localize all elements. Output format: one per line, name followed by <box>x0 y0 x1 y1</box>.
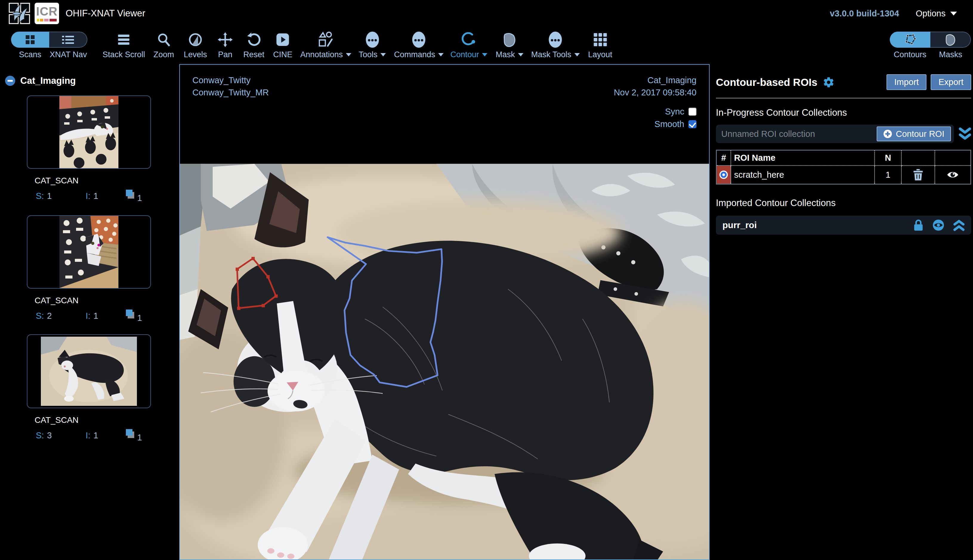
image-viewport[interactable]: Conway_Twitty Conway_Twitty_MR Cat_Imagi… <box>179 64 709 560</box>
smooth-label: Smooth <box>654 119 684 129</box>
roi-table-row: scratch_here 1 <box>717 166 970 184</box>
chevron-down-icon <box>438 53 444 57</box>
icr-logo-text: ICR <box>36 5 58 17</box>
frames-stack-icon <box>125 189 135 200</box>
toolbar-pan[interactable]: Pan <box>218 30 233 59</box>
shapes-pencil-icon <box>318 32 334 48</box>
session-name: Conway_Twitty_MR <box>192 87 269 99</box>
imported-heading: Imported Contour Collections <box>716 198 971 208</box>
smooth-checkbox[interactable] <box>688 120 696 128</box>
ellipse-dots-icon <box>547 31 563 48</box>
collapse-collection-button[interactable] <box>959 127 971 141</box>
toolbar: Scans XNAT Nav Stack Scroll Zoom Levels … <box>0 27 973 64</box>
roi-color-swatch[interactable] <box>717 166 731 184</box>
scan-name: CAT_SCAN <box>35 176 179 185</box>
double-chevron-down-icon <box>959 127 971 141</box>
grid-3x3-icon <box>593 33 607 47</box>
contrast-circle-icon <box>188 33 202 47</box>
scan-sidebar: Cat_Imaging CAT_SCAN S:1 I:1 <box>0 64 179 560</box>
contours-toggle-label: Contours <box>890 50 930 59</box>
xnat-logo <box>8 2 30 25</box>
chevron-down-icon <box>482 53 487 57</box>
lock-button[interactable] <box>913 219 923 231</box>
stack-scroll-icon <box>117 33 131 47</box>
toolbar-annotations[interactable]: Annotations <box>300 30 351 59</box>
col-delete <box>902 151 935 166</box>
trash-icon <box>913 169 923 180</box>
scan-thumbnail[interactable] <box>27 215 151 288</box>
viewport-overlay-topleft: Conway_Twitty Conway_Twitty_MR <box>192 74 269 99</box>
circular-arrow-icon <box>461 32 476 47</box>
icr-logo: ICR <box>35 3 59 24</box>
toggle-contours[interactable] <box>890 32 930 48</box>
toggle-collection-visibility-button[interactable] <box>933 219 945 231</box>
expand-collection-button[interactable] <box>953 219 965 232</box>
export-button[interactable]: Export <box>931 74 971 90</box>
roi-table: # ROI Name N scratch_here 1 <box>716 150 971 185</box>
toolbar-layout[interactable]: Layout <box>588 30 612 59</box>
delete-roi-button[interactable] <box>902 166 935 184</box>
viewport-overlay-topright: Cat_Imaging Nov 2, 2017 09:58:40 <box>614 74 696 99</box>
magnifier-icon <box>157 33 171 47</box>
viewport-image <box>180 164 709 560</box>
toolbar-commands[interactable]: Commands <box>394 30 444 59</box>
ellipse-dots-icon <box>411 31 427 48</box>
toolbar-reset[interactable]: Reset <box>244 30 265 59</box>
app-title: OHIF-XNAT Viewer <box>66 8 145 19</box>
collection-name-field-wrap: Contour ROI <box>716 125 954 143</box>
double-chevron-up-icon <box>953 219 965 232</box>
toolbar-cine[interactable]: CINE <box>273 30 293 59</box>
scan-thumbnail[interactable] <box>27 95 151 169</box>
eye-circle-icon <box>933 219 945 231</box>
chevron-down-icon <box>518 53 523 57</box>
toolbar-stack-scroll[interactable]: Stack Scroll <box>103 30 145 59</box>
thumbnail-image <box>41 337 137 406</box>
toolbar-tools[interactable]: Tools <box>359 30 386 59</box>
collection-name-input[interactable] <box>721 129 877 139</box>
import-button[interactable]: Import <box>886 74 926 90</box>
toolbar-zoom[interactable]: Zoom <box>153 30 174 59</box>
scan-thumbnail[interactable] <box>27 334 151 408</box>
blob-icon <box>945 33 956 46</box>
scan-stats: S:1 I:1 1 <box>36 189 179 203</box>
toggle-roi-visibility-button[interactable] <box>935 166 970 184</box>
app-header: ICR OHIF-XNAT Viewer v3.0.0 build-1304 O… <box>0 0 973 27</box>
play-icon <box>276 33 290 47</box>
toolbar-levels[interactable]: Levels <box>184 30 207 59</box>
col-hash: # <box>717 151 731 166</box>
lock-icon <box>913 219 923 231</box>
gear-icon[interactable] <box>823 76 834 88</box>
toolbar-mask-tools[interactable]: Mask Tools <box>531 30 580 59</box>
radio-selected-icon <box>719 170 728 180</box>
collapse-minus-icon[interactable] <box>5 75 15 86</box>
version-text: v3.0.0 build-1304 <box>830 8 899 18</box>
toggle-masks[interactable] <box>930 32 971 48</box>
polygon-nodes-icon <box>904 34 916 45</box>
contour-roi-panel: Contour-based ROIs Import Export In-Prog… <box>710 64 973 560</box>
col-n: N <box>875 151 902 166</box>
scan-name: CAT_SCAN <box>35 296 179 305</box>
options-menu-button[interactable]: Options <box>916 8 957 18</box>
toggle-xnat-nav[interactable] <box>49 32 87 48</box>
add-contour-roi-button[interactable]: Contour ROI <box>877 127 951 141</box>
subject-name: Conway_Twitty <box>192 74 269 87</box>
xnat-nav-toggle-label: XNAT Nav <box>49 50 87 59</box>
roi-name-cell[interactable]: scratch_here <box>731 166 875 184</box>
blob-icon <box>502 32 516 47</box>
chevron-down-icon <box>381 53 386 57</box>
toolbar-mask[interactable]: Mask <box>496 30 524 59</box>
frames-stack-icon <box>125 428 135 439</box>
scan-stats: S:3 I:1 1 <box>36 428 179 443</box>
toggle-scans[interactable] <box>11 32 49 48</box>
study-datetime: Nov 2, 2017 09:58:40 <box>614 87 696 99</box>
sync-label: Sync <box>665 107 684 117</box>
scans-xnatnav-toggle <box>11 32 87 48</box>
imported-collection-name: purr_roi <box>723 220 757 230</box>
scan-name: CAT_SCAN <box>35 415 179 425</box>
roi-table-header: # ROI Name N <box>717 151 970 166</box>
toolbar-contour[interactable]: Contour <box>451 30 487 59</box>
ellipse-dots-icon <box>364 31 380 48</box>
sync-checkbox[interactable] <box>688 108 696 116</box>
scan-item: CAT_SCAN S:1 I:1 1 <box>0 95 179 203</box>
contours-masks-toggle <box>890 32 971 48</box>
